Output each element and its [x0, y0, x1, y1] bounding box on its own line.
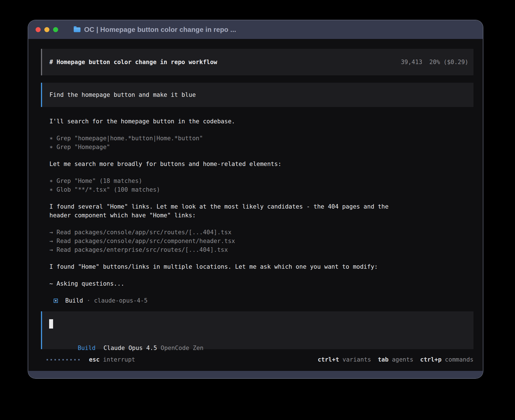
spinner-dot [58, 359, 60, 360]
session-cost: ($0.29) [443, 59, 468, 65]
session-title: # Homepage button color change in repo w… [49, 59, 217, 65]
hint-label-commands: commands [445, 355, 473, 364]
esc-key: esc [89, 355, 100, 364]
asking-questions-status: ~ Asking questions... [49, 279, 473, 288]
tool-call-grep: ∗ Grep "Homepage" [49, 143, 473, 152]
user-message: Find the homepage button and make it blu… [41, 83, 473, 107]
spinner-dots [47, 359, 82, 360]
editor-model-label: Claude Opus 4.5 [103, 345, 157, 351]
hint-key-commands: ctrl+p [420, 355, 442, 364]
agent-model-id: claude-opus-4-5 [94, 296, 148, 305]
folder-icon [74, 27, 80, 32]
tool-call-read: → Read packages/console/app/src/routes/[… [49, 228, 473, 237]
status-bar-right: ctrl+t variants tab agents ctrl+p comman… [318, 355, 473, 364]
editor-meta: BuildClaude Opus 4.5OpenCode Zen [49, 339, 473, 345]
tool-call-grep: ∗ Grep "homepage|home.*button|Home.*butt… [49, 134, 473, 143]
session-header: # Homepage button color change in repo w… [41, 49, 473, 75]
terminal-content: # Homepage button color change in repo w… [28, 39, 483, 371]
agent-name: Build [65, 296, 83, 305]
assistant-text: I'll search for the homepage button in t… [49, 117, 473, 126]
hint-key-variants: ctrl+t [318, 355, 339, 364]
assistant-text: I found several "Home" links. Let me loo… [49, 202, 473, 211]
tool-call-read: → Read packages/enterprise/src/routes/[.… [49, 246, 473, 254]
status-bar-left: esc interrupt [47, 355, 135, 364]
terminal-window: OC | Homepage button color change in rep… [28, 20, 483, 378]
spinner-dot [66, 359, 68, 360]
dot-separator: · [87, 296, 90, 305]
user-message-text: Find the homepage button and make it blu… [49, 91, 196, 98]
hint-key-agents: tab [378, 355, 389, 364]
context-percent: 20% [429, 59, 440, 65]
hint-label-variants: variants [342, 355, 371, 364]
tool-call-read: → Read packages/console/app/src/componen… [49, 237, 473, 246]
minimize-button[interactable] [44, 27, 49, 32]
spinner-dot [74, 359, 76, 360]
tool-call-glob: ∗ Glob "**/*.tsx" (100 matches) [49, 185, 473, 194]
tool-call-grep: ∗ Grep "Home" (18 matches) [49, 177, 473, 185]
mode-label: Build [78, 345, 95, 351]
spinner-dot [47, 359, 48, 360]
token-count: 39,413 [401, 59, 422, 65]
window-controls [36, 27, 62, 32]
window-title: OC | Homepage button color change in rep… [84, 26, 236, 34]
provider-label: OpenCode Zen [161, 345, 204, 351]
esc-label: interrupt [103, 355, 135, 364]
text-cursor [49, 319, 53, 329]
session-stats: 39,41320%($0.29) [372, 52, 468, 72]
hint-label-agents: agents [392, 355, 413, 364]
spinner-dot [70, 359, 72, 360]
agent-status-line: Build · claude-opus-4-5 [49, 296, 473, 305]
titlebar[interactable]: OC | Homepage button color change in rep… [28, 20, 483, 39]
close-button[interactable] [36, 27, 41, 32]
spinner-dot [51, 359, 52, 360]
zoom-button[interactable] [53, 27, 58, 32]
spinner-dot [62, 359, 64, 360]
assistant-text: I found "Home" buttons/links in multiple… [49, 262, 473, 271]
spinner-dot [54, 359, 56, 360]
prompt-input[interactable]: BuildClaude Opus 4.5OpenCode Zen [41, 311, 473, 349]
spinner-dot [78, 359, 80, 360]
window-bottom-edge [28, 371, 483, 378]
transcript: I'll search for the homepage button in t… [41, 117, 473, 305]
status-bar: esc interrupt ctrl+t variants tab agents… [41, 355, 473, 364]
assistant-text: Let me search more broadly for buttons a… [49, 160, 473, 169]
assistant-text: header component which have "Home" links… [49, 211, 473, 220]
build-agent-icon [54, 299, 58, 303]
